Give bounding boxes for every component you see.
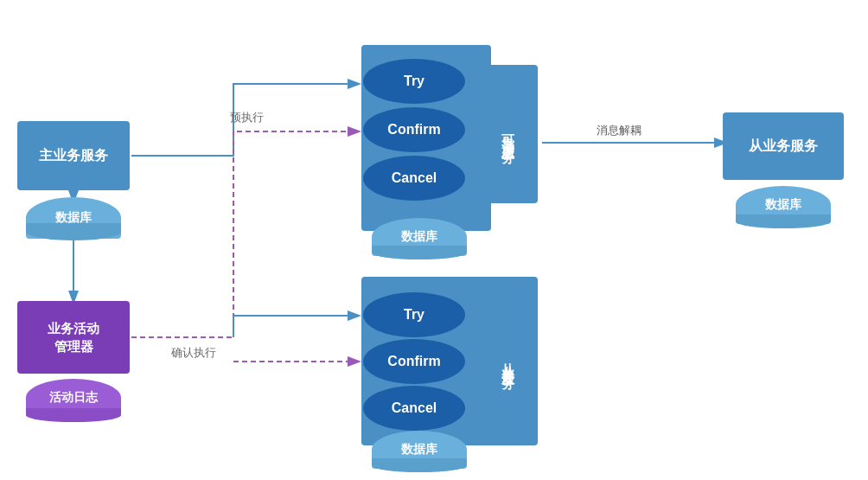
activity-log-label: 活动日志 [49,390,98,406]
try-top-ellipse: Try [363,59,465,104]
cancel-bottom-ellipse: Cancel [363,386,465,431]
confirm-bottom-label: Confirm [387,354,440,369]
cancel-top-label: Cancel [392,170,437,186]
reliable-service-label: 可靠消息服务 [500,124,516,144]
try-bottom-label: Try [404,307,424,323]
slave-service-right-box: 从业务服务 [723,112,844,180]
try-top-label: Try [404,74,424,89]
reliable-db-label: 数据库 [401,229,437,245]
svg-text:确认执行: 确认执行 [170,346,216,359]
diagram-container: 预执行 确认执行 消息解耦 主业务服务 数据库 业务活动 管理器 活动日志 可靠… [0,0,868,480]
activity-manager-box: 业务活动 管理器 [17,301,130,374]
main-service-box: 主业务服务 [17,121,130,190]
reliable-service-label-box: 可靠消息服务 [477,65,538,203]
main-service-label: 主业务服务 [39,147,108,165]
main-db-bottom [26,223,121,240]
svg-text:消息解耦: 消息解耦 [597,124,641,137]
sub-db-bottom [372,458,467,472]
try-bottom-ellipse: Try [363,292,465,337]
cancel-top-ellipse: Cancel [363,156,465,201]
sub-db-label: 数据库 [401,442,437,458]
slave-db-right-label: 数据库 [765,197,801,213]
confirm-top-ellipse: Confirm [363,107,465,152]
activity-manager-label: 业务活动 管理器 [48,319,99,355]
sub-service-label: 从业务服务 [500,353,516,370]
activity-log-db-bottom [26,408,121,422]
sub-service-label-box: 从业务服务 [477,277,538,445]
confirm-bottom-ellipse: Confirm [363,339,465,384]
slave-service-right-label: 从业务服务 [749,138,818,156]
reliable-db-bottom [372,246,467,259]
confirm-top-label: Confirm [387,122,440,138]
svg-text:预执行: 预执行 [230,111,264,124]
cancel-bottom-label: Cancel [392,400,437,416]
slave-db-right-bottom [736,214,831,228]
